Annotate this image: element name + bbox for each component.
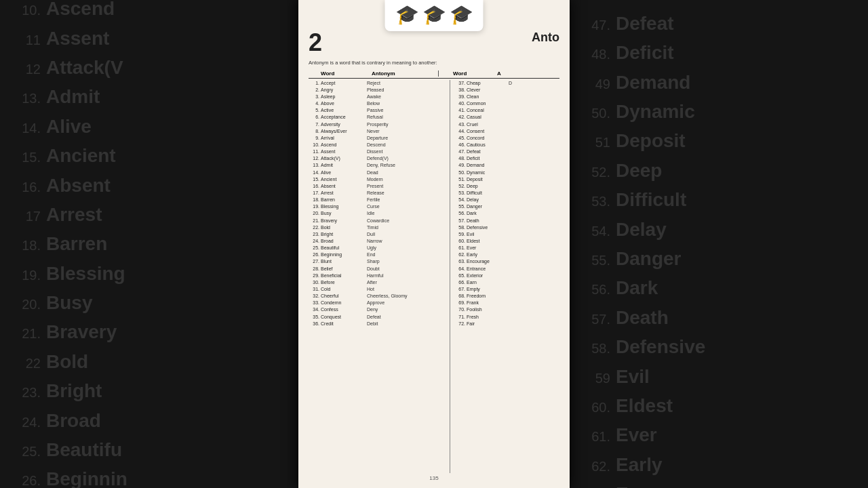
right-bg-word: 52.Deep bbox=[590, 156, 848, 185]
right-word-item: 56.Dark bbox=[453, 210, 559, 217]
right-word-item: 40.Common bbox=[453, 100, 559, 107]
right-bg-word: 53.Difficult bbox=[590, 185, 848, 214]
left-word-item: 29.BeneficialHarmful bbox=[309, 272, 450, 279]
right-word-item: 72.Fair bbox=[453, 321, 559, 327]
right-word-item: 52.Deep bbox=[453, 183, 559, 190]
right-word-item: 64.Entrance bbox=[453, 266, 559, 272]
left-word-item: 26.BeginningEnd bbox=[309, 251, 450, 258]
right-word-item: 38.Clever bbox=[453, 87, 559, 94]
right-word-item: 49.Demand bbox=[453, 162, 559, 169]
left-bg-word: 26.Beginnin bbox=[20, 464, 278, 488]
right-word-item: 60.Eldest bbox=[453, 238, 559, 245]
cap-2: 🎓 bbox=[422, 3, 446, 26]
left-word-item: 18.BarrenFertile bbox=[309, 197, 450, 203]
left-word-item: 17.ArrestRelease bbox=[309, 190, 450, 197]
left-word-item: 16.AbsentPresent bbox=[309, 183, 450, 190]
right-bg-word: 59Evil bbox=[590, 362, 848, 391]
antonym-col-header2: A bbox=[497, 70, 501, 77]
right-bg-word: 57.Death bbox=[590, 303, 848, 332]
left-word-item: 9.ArrivalDeparture bbox=[309, 135, 450, 142]
left-bg-word-list: 10.Ascend11Assent12Attack(V13.Admit14.Al… bbox=[20, 0, 278, 488]
left-background: 10.Ascend11Assent12Attack(V13.Admit14.Al… bbox=[0, 0, 298, 488]
left-bg-word: 11Assent bbox=[20, 24, 278, 53]
right-bg-word: 61.Ever bbox=[590, 420, 848, 449]
left-word-item: 28.BeliefDoubt bbox=[309, 266, 450, 272]
cap-1: 🎓 bbox=[395, 3, 419, 26]
left-bg-word: 12Attack(V bbox=[20, 53, 278, 82]
right-word-item: 47.Defeat bbox=[453, 148, 559, 155]
right-word-item: 44.Consent bbox=[453, 128, 559, 135]
left-word-item: 6.AcceptanceRefusal bbox=[309, 114, 450, 121]
left-word-item: 4.AboveBelow bbox=[309, 100, 450, 107]
left-word-item: 19.BlessingCurse bbox=[309, 203, 450, 210]
right-word-item: 69.Frank bbox=[453, 300, 559, 306]
left-word-item: 14.AliveDead bbox=[309, 169, 450, 176]
left-bg-word: 22Bold bbox=[20, 347, 278, 376]
left-word-item: 2.AngryPleased bbox=[309, 87, 450, 94]
left-word-item: 1.AcceptReject bbox=[309, 80, 450, 87]
right-word-item: 43.Cruel bbox=[453, 121, 559, 128]
left-word-item: 22.BoldTimid bbox=[309, 224, 450, 231]
left-word-item: 30.BeforeAfter bbox=[309, 279, 450, 286]
left-word-item: 11.AssentDissent bbox=[309, 148, 450, 155]
right-bg-word-list: 46.Cautious47.Defeat48.Deficit49Demand50… bbox=[590, 0, 848, 488]
right-bg-word: 47.Defeat bbox=[590, 9, 848, 38]
page-number: 135 bbox=[309, 475, 559, 481]
left-bg-word: 23.Bright bbox=[20, 376, 278, 405]
right-word-item: 61.Ever bbox=[453, 245, 559, 251]
right-word-item: 71.Fresh bbox=[453, 314, 559, 321]
right-word-list: 37.CheapD38.Clever39.Clean40.Common41.Co… bbox=[450, 80, 559, 473]
left-bg-word: 15.Ancient bbox=[20, 141, 278, 170]
right-word-item: 53.Difficult bbox=[453, 190, 559, 197]
right-word-item: 42.Casual bbox=[453, 114, 559, 121]
right-bg-word: 50.Dynamic bbox=[590, 97, 848, 126]
left-word-item: 25.BeautifulUgly bbox=[309, 245, 450, 251]
left-word-item: 24.BroadNarrow bbox=[309, 238, 450, 245]
book: 🎓 🎓 🎓 2 Anto Antonym is a word that is c… bbox=[298, 0, 570, 488]
left-word-item: 15.AncientModern bbox=[309, 176, 450, 183]
left-word-item: 3.AsleepAwake bbox=[309, 94, 450, 100]
left-bg-word: 21.Bravery bbox=[20, 317, 278, 346]
right-bg-word: 60.Eldest bbox=[590, 391, 848, 420]
right-word-item: 65.Exterior bbox=[453, 272, 559, 279]
right-word-item: 66.Earn bbox=[453, 279, 559, 286]
right-word-item: 51.Deposit bbox=[453, 176, 559, 183]
right-word-item: 62.Early bbox=[453, 251, 559, 258]
chapter-number: 2 bbox=[309, 30, 322, 55]
left-bg-word: 13.Admit bbox=[20, 82, 278, 111]
left-bg-word: 19.Blessing bbox=[20, 259, 278, 288]
left-word-item: 36.CreditDebit bbox=[309, 321, 450, 327]
antonym-definition: Antonym is a word that is contrary in me… bbox=[309, 60, 559, 66]
left-word-item: 20.BusyIdle bbox=[309, 210, 450, 217]
right-word-item: 48.Deficit bbox=[453, 155, 559, 162]
left-word-item: 7.AdversityProsperity bbox=[309, 121, 450, 128]
right-bg-word: 63.Encourage bbox=[590, 479, 848, 488]
right-word-item: 46.Cautious bbox=[453, 142, 559, 148]
right-word-item: 67.Empty bbox=[453, 286, 559, 293]
caps-header: 🎓 🎓 🎓 bbox=[385, 0, 484, 31]
right-word-item: 58.Defensive bbox=[453, 224, 559, 231]
right-bg-word: 48.Deficit bbox=[590, 38, 848, 67]
left-word-item: 21.BraveryCowardice bbox=[309, 218, 450, 224]
right-word-item: 39.Clean bbox=[453, 94, 559, 100]
right-bg-word: 51Deposit bbox=[590, 126, 848, 155]
left-word-item: 27.BluntSharp bbox=[309, 258, 450, 265]
left-word-item: 13.AdmitDeny, Refuse bbox=[309, 162, 450, 169]
right-word-item: 57.Death bbox=[453, 218, 559, 224]
right-word-item: 41.Conceal bbox=[453, 107, 559, 114]
left-word-item: 31.ColdHot bbox=[309, 286, 450, 293]
right-word-item: 55.Danger bbox=[453, 203, 559, 210]
right-background: 46.Cautious47.Defeat48.Deficit49Demand50… bbox=[570, 0, 868, 488]
right-bg-word: 56.Dark bbox=[590, 273, 848, 302]
left-word-item: 33.CondemnApprove bbox=[309, 300, 450, 306]
left-word-list: 1.AcceptReject2.AngryPleased3.AsleepAwak… bbox=[309, 80, 450, 473]
antonym-col-header: Antonym bbox=[372, 70, 436, 77]
right-word-item: 50.Dynamic bbox=[453, 169, 559, 176]
antonym-title: Anto bbox=[532, 30, 559, 45]
right-bg-word: 58.Defensive bbox=[590, 332, 848, 361]
left-word-item: 32.CheerfulCheerless, Gloomy bbox=[309, 293, 450, 300]
left-bg-word: 24.Broad bbox=[20, 406, 278, 435]
left-bg-word: 14.Alive bbox=[20, 112, 278, 141]
left-word-item: 8.Always/EverNever bbox=[309, 128, 450, 135]
left-word-item: 12.Attack(V)Defend(V) bbox=[309, 155, 450, 162]
